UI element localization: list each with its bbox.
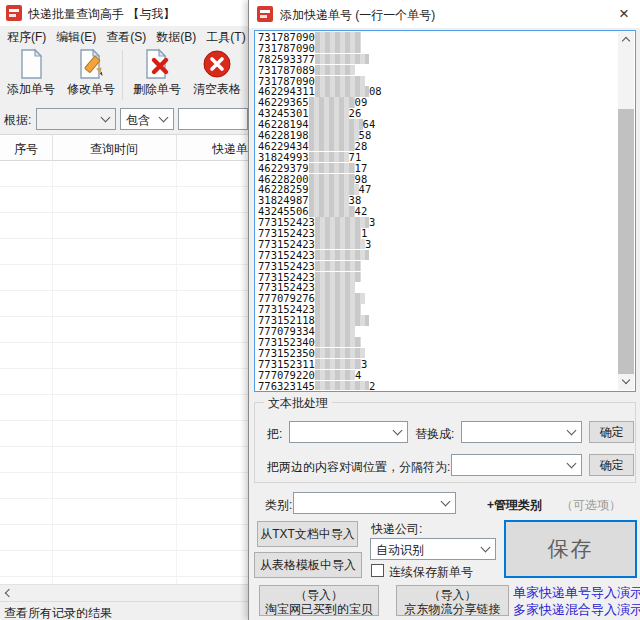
textarea-scrollbar[interactable] xyxy=(618,32,634,390)
menu-item[interactable]: 程序(F) xyxy=(2,26,51,46)
pixelated-mask xyxy=(309,174,355,185)
row-divider xyxy=(176,213,177,239)
main-window: 快递批量查询高手 【与我】 程序(F)编辑(E)查看(S)数据(B)工具(T)公… xyxy=(0,0,248,620)
continuous-save-checkbox[interactable] xyxy=(371,564,384,577)
row-divider xyxy=(176,239,177,265)
row-divider xyxy=(176,395,177,421)
table-row[interactable] xyxy=(0,291,248,317)
add-number-button[interactable]: 添加单号 xyxy=(2,48,60,102)
pixelated-mask xyxy=(315,337,361,348)
category-combo[interactable] xyxy=(293,492,456,514)
tracking-number-line: 4622820098 xyxy=(258,174,617,185)
row-divider xyxy=(52,187,53,213)
table-row[interactable] xyxy=(0,369,248,395)
menu-item[interactable]: 工具(T) xyxy=(201,26,248,46)
horizontal-scrollbar[interactable] xyxy=(0,584,248,601)
chevron-down-icon xyxy=(393,426,403,436)
delete-number-button[interactable]: 删除单号 xyxy=(128,48,186,102)
tracking-number-line: 46229431108 xyxy=(258,86,617,97)
chevron-left-icon xyxy=(5,589,13,597)
tracking-number-suffix: 42 xyxy=(355,205,368,217)
menu-item[interactable]: 编辑(E) xyxy=(51,26,101,46)
row-divider xyxy=(52,395,53,421)
table-row[interactable] xyxy=(0,395,248,421)
tracking-number-suffix: 4 xyxy=(355,369,361,381)
scroll-down-arrow[interactable] xyxy=(618,374,634,390)
add-document-icon xyxy=(16,48,46,80)
table-header: 序号 查询时间 快递单号 xyxy=(0,134,248,161)
dialog-title: 添加快递单号 (一行一个单号) xyxy=(280,7,435,24)
row-divider xyxy=(52,161,53,187)
replace-to-combo[interactable] xyxy=(461,421,582,443)
menu-item[interactable]: 查看(S) xyxy=(101,26,151,46)
scroll-left-arrow[interactable] xyxy=(0,585,17,601)
table-row[interactable] xyxy=(0,317,248,343)
manage-category-link[interactable]: +管理类别 xyxy=(487,497,542,514)
dialog-titlebar: 添加快递单号 (一行一个单号) × xyxy=(249,0,640,28)
table-body xyxy=(0,161,248,584)
close-icon[interactable]: × xyxy=(611,2,637,26)
table-row[interactable] xyxy=(0,343,248,369)
filter-match-combo[interactable]: 包含 xyxy=(120,108,174,130)
scroll-up-arrow[interactable] xyxy=(618,32,634,48)
clear-table-button[interactable]: 清空表格 xyxy=(188,48,246,102)
mixed-courier-demo-link[interactable]: 多家快递混合导入演示 xyxy=(513,601,640,619)
table-row[interactable] xyxy=(0,577,248,584)
filter-keyword-input[interactable] xyxy=(178,108,248,130)
table-row[interactable] xyxy=(0,525,248,551)
toolbar-label: 删除单号 xyxy=(128,81,186,98)
table-row[interactable] xyxy=(0,239,248,265)
tracking-number-suffix: 08 xyxy=(369,85,382,97)
toolbar-label: 清空表格 xyxy=(188,81,246,98)
edit-number-button[interactable]: 修改单号 xyxy=(62,48,120,102)
import-taobao-button[interactable]: （导入） 淘宝网已买到的宝贝 xyxy=(259,585,379,616)
column-header-index[interactable]: 序号 xyxy=(0,141,52,158)
courier-company-combo[interactable]: 自动识别 xyxy=(370,538,496,560)
save-button[interactable]: 保存 xyxy=(504,520,637,578)
table-row[interactable] xyxy=(0,187,248,213)
menu-bar: 程序(F)编辑(E)查看(S)数据(B)工具(T)公告( xyxy=(0,26,248,46)
row-divider xyxy=(52,317,53,343)
table-row[interactable] xyxy=(0,161,248,187)
table-row[interactable] xyxy=(0,421,248,447)
scrollbar-thumb[interactable] xyxy=(618,109,634,375)
pixelated-mask xyxy=(309,163,355,174)
row-divider xyxy=(176,577,177,584)
tracking-numbers-textarea[interactable]: 7317870907317870907825933777317870897317… xyxy=(254,30,636,392)
row-divider xyxy=(176,369,177,395)
filter-field-combo[interactable] xyxy=(36,108,116,130)
row-divider xyxy=(52,551,53,577)
table-row[interactable] xyxy=(0,213,248,239)
edit-pencil-icon xyxy=(76,48,106,80)
tracking-number-line: 4622943428 xyxy=(258,141,617,152)
replace-confirm-button[interactable]: 确定 xyxy=(589,421,634,443)
table-row[interactable] xyxy=(0,473,248,499)
row-divider xyxy=(52,421,53,447)
row-divider xyxy=(176,447,177,473)
single-courier-demo-link[interactable]: 单家快递单号导入演示 xyxy=(513,584,640,602)
table-row[interactable] xyxy=(0,551,248,577)
menu-item[interactable]: 数据(B) xyxy=(151,26,201,46)
tracking-number-line: 4324530126 xyxy=(258,108,617,119)
table-row[interactable] xyxy=(0,265,248,291)
pixelated-mask xyxy=(315,43,361,54)
swap-confirm-button[interactable]: 确定 xyxy=(589,454,634,476)
replace-from-combo[interactable] xyxy=(289,421,408,443)
row-divider xyxy=(52,343,53,369)
toolbar-label: 修改单号 xyxy=(62,81,120,98)
row-divider xyxy=(52,577,53,584)
row-divider xyxy=(52,213,53,239)
main-window-title: 快递批量查询高手 【与我】 xyxy=(28,6,175,23)
table-row[interactable] xyxy=(0,447,248,473)
row-divider xyxy=(52,291,53,317)
import-template-button[interactable]: 从表格模板中导入 xyxy=(254,552,362,578)
table-row[interactable] xyxy=(0,499,248,525)
import-jd-button[interactable]: （导入） 京东物流分享链接 xyxy=(396,585,509,616)
column-header-querytime[interactable]: 查询时间 xyxy=(52,141,176,158)
pixelated-mask xyxy=(309,130,359,141)
add-tracking-dialog: 添加快递单号 (一行一个单号) × 7317870907317870907825… xyxy=(248,0,640,620)
separator-combo[interactable] xyxy=(451,454,582,476)
row-divider xyxy=(176,551,177,577)
import-jd-line1: （导入） xyxy=(397,588,508,602)
import-txt-button[interactable]: 从TXT文档中导入 xyxy=(257,521,358,547)
